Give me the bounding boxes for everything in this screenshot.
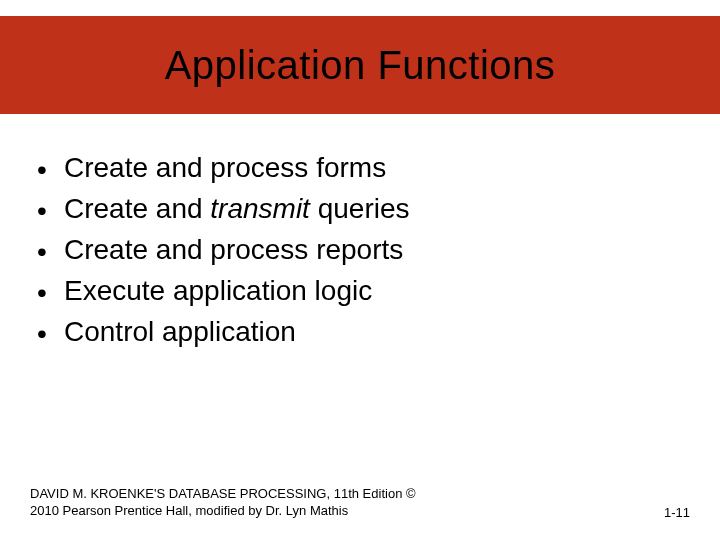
list-item: • Execute application logic: [30, 273, 690, 310]
list-item-text: Control application: [64, 314, 296, 349]
footer-line-1: DAVID M. KROENKE'S DATABASE PROCESSING, …: [30, 486, 416, 501]
list-item-text: Create and process forms: [64, 150, 386, 185]
slide-footer: DAVID M. KROENKE'S DATABASE PROCESSING, …: [30, 485, 690, 520]
list-item: • Create and process forms: [30, 150, 690, 187]
bullet-icon: •: [30, 234, 54, 269]
bullet-icon: •: [30, 316, 54, 351]
list-item: • Create and transmit queries: [30, 191, 690, 228]
list-item-text: Create and transmit queries: [64, 191, 410, 226]
bullet-icon: •: [30, 152, 54, 187]
list-item: • Control application: [30, 314, 690, 351]
list-item-text: Execute application logic: [64, 273, 372, 308]
page-number: 1-11: [664, 505, 690, 520]
title-bar: Application Functions: [0, 16, 720, 114]
bullet-icon: •: [30, 193, 54, 228]
list-item: • Create and process reports: [30, 232, 690, 269]
bullet-icon: •: [30, 275, 54, 310]
footer-credit: DAVID M. KROENKE'S DATABASE PROCESSING, …: [30, 485, 416, 520]
bullet-list: • Create and process forms • Create and …: [30, 150, 690, 355]
slide-title: Application Functions: [165, 43, 556, 88]
list-item-text: Create and process reports: [64, 232, 403, 267]
footer-line-2: 2010 Pearson Prentice Hall, modified by …: [30, 503, 348, 518]
